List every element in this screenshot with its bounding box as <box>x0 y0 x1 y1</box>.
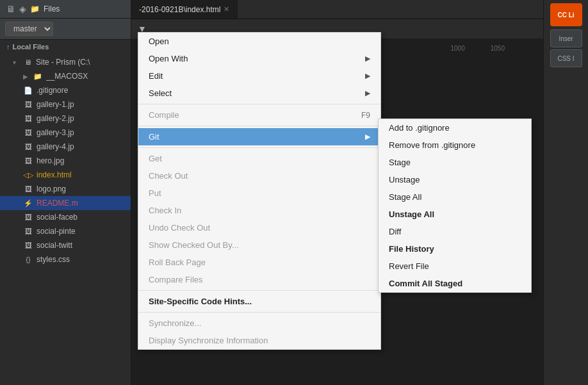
list-item[interactable]: ▶ 📁 __MACOSX <box>0 69 131 83</box>
list-item[interactable]: 🖼 gallery-2.jp <box>0 111 131 126</box>
file-name: __MACOSX <box>46 72 88 81</box>
submenu-arrow: ▶ <box>365 54 370 63</box>
image-icon: 🖼 <box>23 142 33 152</box>
menu-item-edit[interactable]: Edit ▶ <box>138 67 380 85</box>
menu-separator <box>138 312 380 313</box>
file-name: hero.jpg <box>37 156 64 165</box>
file-name: README.m <box>37 199 78 208</box>
file-icon: ⚡ <box>23 198 33 208</box>
menu-item-display-sync[interactable]: Display Synchronize Information <box>138 332 380 349</box>
list-item[interactable]: 🖼 gallery-4.jp <box>0 140 131 154</box>
menu-item-open[interactable]: Open <box>138 33 380 50</box>
context-menu-secondary: Add to .gitignore Remove from .gitignore… <box>378 119 532 293</box>
menu-label-synchronize: Synchronize... <box>149 318 201 328</box>
menu-item-diff[interactable]: Diff <box>379 223 531 240</box>
up-arrow-icon: ↑ <box>6 43 10 51</box>
list-item[interactable]: ◁▷ index.html <box>0 168 131 182</box>
menu-label-undo-check-out: Undo Check Out <box>149 223 210 233</box>
close-icon[interactable]: ✕ <box>224 5 229 13</box>
menu-label-revert-file: Revert File <box>389 261 429 271</box>
menu-label-put: Put <box>149 188 161 198</box>
css-icon: {} <box>23 254 33 265</box>
menu-label-add-gitignore: Add to .gitignore <box>389 123 450 133</box>
image-icon: 🖼 <box>23 212 33 222</box>
file-name: gallery-4.jp <box>37 142 74 151</box>
menu-item-add-gitignore[interactable]: Add to .gitignore <box>379 119 531 136</box>
menu-label-show-checked-out: Show Checked Out By... <box>149 240 239 250</box>
menu-label-git: Git <box>149 132 159 142</box>
menu-separator <box>138 290 380 291</box>
menu-item-unstage[interactable]: Unstage <box>379 171 531 188</box>
file-name: index.html <box>37 170 72 179</box>
file-name: Site - Prism (C:\ <box>36 58 90 67</box>
insert-btn[interactable]: Inser <box>550 29 582 47</box>
list-item[interactable]: 🖼 logo.png <box>0 182 131 196</box>
list-item[interactable]: 🖼 social-pinte <box>0 224 131 238</box>
file-tree: ▾ 🖥 Site - Prism (C:\ ▶ 📁 __MACOSX 📄 .gi… <box>0 54 131 268</box>
list-item[interactable]: ⚡ README.m <box>0 196 131 210</box>
menu-item-git[interactable]: Git ▶ <box>138 128 380 145</box>
menu-item-select[interactable]: Select ▶ <box>138 85 380 102</box>
css-btn[interactable]: CSS I <box>550 49 582 67</box>
menu-separator <box>138 126 380 126</box>
menu-label-display-sync: Display Synchronize Information <box>149 336 268 345</box>
list-item[interactable]: 🖼 gallery-1.jp <box>0 97 131 111</box>
menu-separator <box>138 147 380 148</box>
file-name: social-pinte <box>37 227 76 236</box>
folder-icon: 📁 <box>30 4 40 13</box>
menu-item-remove-gitignore[interactable]: Remove from .gitignore <box>379 136 531 154</box>
image-icon: 🖼 <box>23 240 33 250</box>
menu-label-compile: Compile <box>149 110 179 120</box>
file-name: social-twitt <box>37 241 72 250</box>
menu-item-get[interactable]: Get <box>138 150 380 167</box>
menu-item-synchronize[interactable]: Synchronize... <box>138 315 380 332</box>
menu-item-compare-files[interactable]: Compare Files <box>138 271 380 288</box>
list-item[interactable]: 🖼 social-twitt <box>0 238 131 252</box>
menu-item-put[interactable]: Put <box>138 184 380 202</box>
menu-item-check-out[interactable]: Check Out <box>138 167 380 184</box>
file-name: gallery-2.jp <box>37 114 74 123</box>
image-icon: 🖼 <box>23 156 33 166</box>
menu-item-check-in[interactable]: Check In <box>138 202 380 219</box>
left-panel: 🖥 ◈ 📁 Files master ↑ Local Files ▾ 🖥 Sit… <box>0 0 131 385</box>
menu-item-unstage-all[interactable]: Unstage All <box>379 206 531 223</box>
tab-index-html[interactable]: -2016-0921B\index.html ✕ <box>131 0 238 19</box>
toolbar-row: master <box>0 19 131 40</box>
menu-item-compile[interactable]: Compile F9 <box>138 106 380 124</box>
list-item[interactable]: 📄 .gitignore <box>0 83 131 97</box>
menu-item-revert-file[interactable]: Revert File <box>379 258 531 275</box>
insert-label: Inser <box>559 35 573 42</box>
image-icon: 🖼 <box>23 127 33 138</box>
context-menu-primary: Open Open With ▶ Edit ▶ Select ▶ Compile… <box>138 32 381 350</box>
menu-label-check-out: Check Out <box>149 171 188 181</box>
menu-item-stage[interactable]: Stage <box>379 154 531 171</box>
menu-item-stage-all[interactable]: Stage All <box>379 188 531 206</box>
menu-label-check-in: Check In <box>149 206 181 215</box>
list-item[interactable]: 🖼 hero.jpg <box>0 154 131 168</box>
menu-item-commit-all-staged[interactable]: Commit All Staged <box>379 275 531 292</box>
ruler-mark-1050: 1050 <box>491 45 505 52</box>
panel-header: 🖥 ◈ 📁 Files <box>0 0 131 19</box>
menu-label-compare-files: Compare Files <box>149 275 203 284</box>
list-item[interactable]: 🖼 social-faceb <box>0 210 131 224</box>
section-label: Local Files <box>13 43 49 51</box>
list-item[interactable]: 🖼 gallery-3.jp <box>0 126 131 140</box>
menu-item-file-history[interactable]: File History <box>379 240 531 258</box>
list-item[interactable]: ▾ 🖥 Site - Prism (C:\ <box>0 55 131 69</box>
menu-item-open-with[interactable]: Open With ▶ <box>138 50 380 67</box>
menu-label-roll-back: Roll Back Page <box>149 258 206 267</box>
menu-item-undo-check-out[interactable]: Undo Check Out <box>138 219 380 236</box>
menu-shortcut-compile: F9 <box>361 111 370 120</box>
list-item[interactable]: {} styles.css <box>0 252 131 266</box>
submenu-arrow: ▶ <box>365 72 370 80</box>
menu-item-show-checked-out[interactable]: Show Checked Out By... <box>138 236 380 254</box>
menu-label-diff: Diff <box>389 227 401 236</box>
menu-item-roll-back[interactable]: Roll Back Page <box>138 254 380 271</box>
menu-label-get: Get <box>149 154 162 163</box>
menu-item-code-hints[interactable]: Site-Specific Code Hints... <box>138 293 380 310</box>
menu-label-code-hints: Site-Specific Code Hints... <box>149 297 252 306</box>
menu-label-stage: Stage <box>389 158 411 167</box>
editor-tabs: -2016-0921B\index.html ✕ <box>131 0 588 19</box>
file-name: social-faceb <box>37 213 78 222</box>
branch-selector[interactable]: master <box>5 22 53 36</box>
